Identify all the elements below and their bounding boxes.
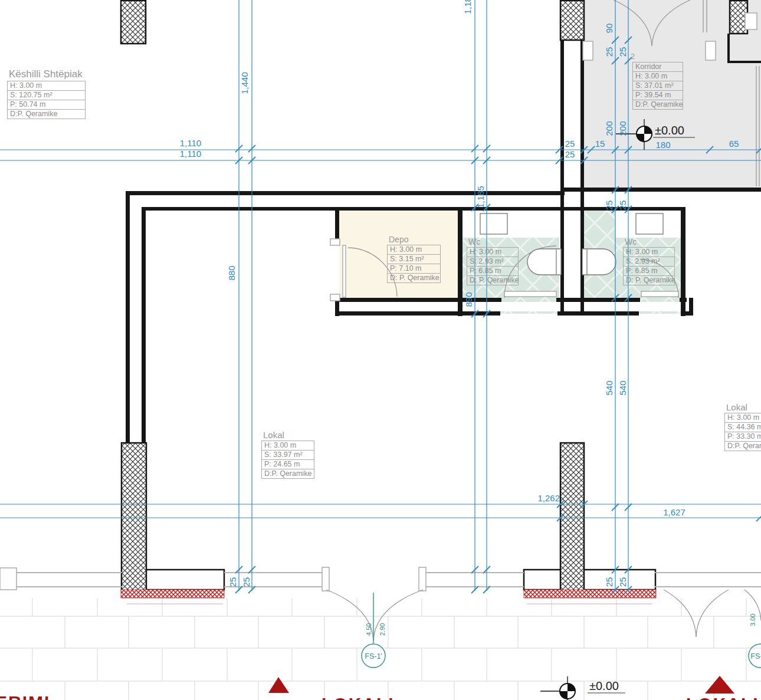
dim-1185: 1,185 bbox=[475, 186, 486, 208]
fs-label-right: FS-1' bbox=[750, 652, 761, 660]
room-title: Wc bbox=[468, 237, 519, 247]
wall-pillar-topleft bbox=[121, 1, 146, 44]
room-stat-row: S: 120.75 m² bbox=[7, 90, 86, 100]
room-table-wc-right: Wc H: 3.00 m S: 2.93 m² P: 6.85 m D: P. … bbox=[623, 237, 675, 285]
dim-25: 25 bbox=[604, 201, 614, 211]
dim-25: 25 bbox=[618, 47, 628, 57]
dim-25: 25 bbox=[618, 577, 628, 587]
dim-880: 880 bbox=[227, 265, 237, 280]
caption-left: ERIMI bbox=[0, 692, 50, 700]
dim-65: 65 bbox=[729, 139, 739, 149]
room-stat-row: D: P. Qeramike bbox=[623, 275, 675, 285]
room-stat-row: H: 3.00 m bbox=[623, 247, 675, 257]
room-stat-row: P: 39.54 m bbox=[632, 90, 683, 100]
wc-left-door-leaf bbox=[504, 291, 556, 297]
room-stat-row: S: 2.93 m² bbox=[623, 257, 675, 267]
wall-korridor-top bbox=[560, 1, 584, 40]
dim-90: 90 bbox=[604, 24, 614, 34]
room-stat-row: P: 50.74 m bbox=[7, 100, 86, 110]
dim-25: 25 bbox=[604, 47, 614, 57]
room-stat-row: S: 3.15 m² bbox=[387, 254, 441, 264]
dim-1185-top: 1,185 bbox=[462, 0, 473, 14]
wall-pillar-bottomleft bbox=[122, 443, 146, 591]
dim-1110-b: 1,110 bbox=[180, 149, 201, 159]
room-title: Lokal bbox=[263, 430, 314, 440]
room-stat-row: D: P. Qeramike bbox=[387, 273, 441, 283]
fs-length-300: 3.00 bbox=[749, 614, 756, 626]
dim-890: 890 bbox=[464, 292, 474, 307]
caption-center: LOKALI bbox=[322, 694, 395, 700]
room-stat-row: S: 33.97 m² bbox=[261, 450, 314, 460]
fs-length-450: 4.50 bbox=[365, 623, 372, 636]
dim-1440: 1,440 bbox=[240, 72, 250, 94]
depo-door-leaf bbox=[343, 245, 346, 297]
room-title: Wc bbox=[625, 237, 675, 247]
caption-right: LOKALI bbox=[686, 694, 759, 700]
room-stat-row: D:P. Qeramike bbox=[632, 100, 683, 110]
level-value-top: ±0.00 bbox=[655, 124, 684, 137]
room-table-lokal-left: Lokal H: 3.00 m S: 33.97 m² P: 24.65 m D… bbox=[261, 430, 314, 479]
dim-1110-a: 1,110 bbox=[180, 138, 201, 148]
room-stat-row: S: 2.93 m² bbox=[467, 257, 519, 267]
room-table-keshilli: Këshilli Shtëpiak H: 3.00 m S: 120.75 m²… bbox=[7, 68, 86, 119]
dim-25: 25 bbox=[228, 577, 238, 587]
room-stat-row: P: 6.85 m bbox=[467, 266, 519, 276]
dim-25: 25 bbox=[604, 577, 614, 587]
room-stat-row: H: 3.00 m bbox=[632, 71, 683, 81]
dim-25: 25 bbox=[565, 139, 575, 149]
room-table-wc-left: Wc H: 3.00 m S: 2.93 m² P: 6.85 m D: P. … bbox=[467, 237, 519, 285]
room-table-korridor: Korridor H: 3.00 m S: 37.01 m² P: 39.54 … bbox=[632, 63, 683, 110]
korridor-number: 2 bbox=[631, 52, 635, 61]
room-stat-row: D:P. Qeramike bbox=[261, 469, 314, 479]
dim-180: 180 bbox=[655, 140, 670, 150]
dim-200: 200 bbox=[604, 121, 614, 136]
room-stat-row: P: 6.85 m bbox=[623, 266, 675, 276]
dim-15: 15 bbox=[595, 139, 605, 149]
dim-540: 540 bbox=[604, 380, 614, 395]
room-stat-row: D:P. Qeramike bbox=[724, 441, 761, 451]
room-stat-row: H: 3.00 m bbox=[7, 81, 86, 91]
room-stat-row: H: 3.00 m bbox=[387, 245, 441, 255]
exterior-paving bbox=[0, 598, 761, 700]
dim-1262: 1,262 bbox=[537, 493, 560, 503]
room-stat-row: H: 3.00 m bbox=[261, 441, 314, 451]
room-stat-row: S: 37.01 m² bbox=[632, 81, 683, 91]
sink-right bbox=[636, 213, 663, 234]
room-table-depo: Depo H: 3.00 m S: 3.15 m² P: 7.10 m D: P… bbox=[387, 235, 441, 283]
room-stat-row: Korridor bbox=[632, 62, 683, 72]
room-stat-row: S: 44.36 m² bbox=[724, 422, 761, 432]
dim-1627: 1,627 bbox=[663, 507, 685, 517]
sink-left bbox=[480, 213, 507, 234]
room-stat-row: D: P. Qeramike bbox=[467, 275, 519, 285]
dim-540: 540 bbox=[618, 380, 628, 395]
room-title: Lokal bbox=[726, 402, 761, 412]
room-title: Këshilli Shtëpiak bbox=[9, 68, 86, 80]
dim-25: 25 bbox=[618, 201, 628, 211]
room-stat-row: P: 7.10 m bbox=[387, 264, 441, 274]
room-stat-row: D:P. Qeramike bbox=[7, 109, 86, 119]
room-stat-row: P: 33.30 m bbox=[724, 432, 761, 442]
room-stat-row: P: 24.65 m bbox=[261, 459, 314, 469]
dim-25: 25 bbox=[565, 149, 575, 159]
fs-label-left: FS-1' bbox=[365, 652, 382, 660]
wc-right-door-leaf bbox=[641, 291, 678, 297]
wall-pillar-bottomright bbox=[560, 443, 584, 591]
floor-plan: 1,440 880 1,185 1,185 890 90 25 25 200 2… bbox=[0, 0, 761, 700]
room-stat-row: H: 3.00 m bbox=[467, 247, 519, 257]
room-title: Depo bbox=[389, 235, 441, 244]
level-value-bottom: ±0.00 bbox=[589, 679, 619, 692]
room-stat-row: H: 3.00 m bbox=[724, 413, 761, 423]
room-table-lokal-right: Lokal H: 3.00 m S: 44.36 m² P: 33.30 m D… bbox=[724, 402, 761, 451]
dim-25: 25 bbox=[241, 577, 251, 587]
fs-length-290: 2.90 bbox=[379, 623, 386, 636]
dim-200: 200 bbox=[618, 121, 628, 136]
